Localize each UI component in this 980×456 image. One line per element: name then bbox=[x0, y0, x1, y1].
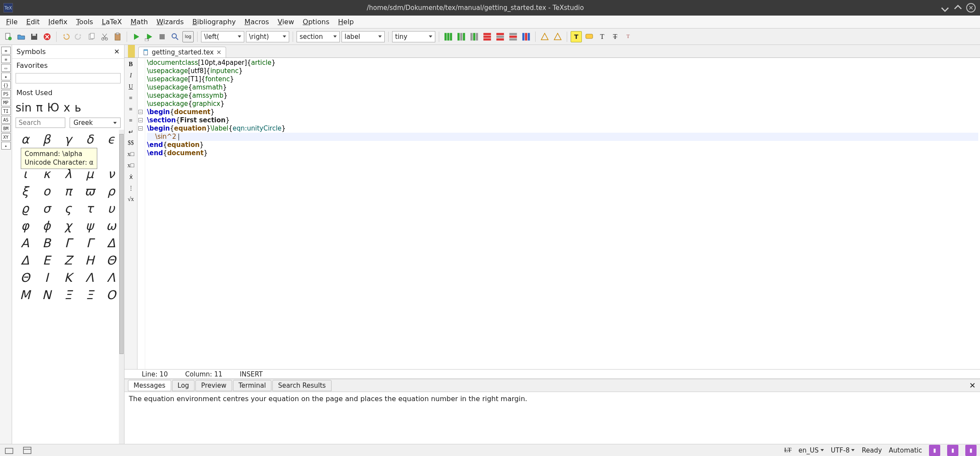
new-file-button[interactable] bbox=[3, 31, 14, 42]
most-used-symbol[interactable]: ь bbox=[74, 101, 81, 114]
bottom-tab-messages[interactable]: Messages bbox=[128, 380, 171, 391]
code-editor[interactable]: \documentclass[10pt,a4paper]{article}\us… bbox=[145, 58, 980, 369]
symbol-cell[interactable]: O bbox=[102, 287, 121, 303]
redo-button[interactable] bbox=[73, 31, 84, 42]
menu-file[interactable]: File bbox=[2, 16, 22, 28]
symbol-cell[interactable]: β bbox=[37, 131, 56, 147]
footer-icon-2[interactable] bbox=[22, 445, 33, 456]
view-pdf-button[interactable] bbox=[169, 31, 181, 42]
editor-side-btn-4[interactable]: ≡ bbox=[126, 105, 136, 114]
comment-button[interactable] bbox=[584, 31, 595, 42]
symbol-cell[interactable]: Δ bbox=[102, 235, 121, 251]
editor-side-btn-12[interactable]: √x bbox=[126, 195, 136, 204]
symbol-cell[interactable]: χ bbox=[59, 218, 78, 233]
symbol-cell[interactable]: φ bbox=[16, 218, 35, 233]
table-button-2[interactable] bbox=[456, 31, 467, 42]
editor-side-btn-6[interactable]: ↵ bbox=[126, 127, 136, 137]
side-tab-8[interactable]: AS bbox=[1, 116, 11, 124]
menu-options[interactable]: Options bbox=[298, 16, 334, 28]
fontsize-combo[interactable]: tiny bbox=[392, 31, 435, 42]
symbol-cell[interactable] bbox=[102, 149, 121, 164]
symbol-cell[interactable]: Δ bbox=[16, 252, 35, 268]
editor-side-btn-2[interactable]: U bbox=[126, 82, 136, 92]
symbols-panel-close[interactable]: ✕ bbox=[114, 48, 120, 56]
most-used-symbol[interactable]: Ю bbox=[47, 101, 59, 114]
footer-icon-1[interactable] bbox=[3, 445, 15, 456]
symbol-cell[interactable]: Λ bbox=[80, 270, 99, 285]
minimize-button[interactable] bbox=[939, 2, 951, 13]
editor-side-btn-0[interactable]: B bbox=[126, 60, 136, 69]
editor-side-btn-5[interactable]: ≡ bbox=[126, 116, 136, 125]
fold-toggle[interactable]: − bbox=[138, 126, 143, 131]
open-file-button[interactable] bbox=[16, 31, 27, 42]
save-file-button[interactable] bbox=[29, 31, 40, 42]
symbol-cell[interactable]: A bbox=[16, 235, 35, 251]
symbol-cell[interactable]: ω bbox=[102, 218, 121, 233]
side-tab-9[interactable]: BM bbox=[1, 124, 11, 132]
bottom-tab-search-results[interactable]: Search Results bbox=[272, 380, 331, 391]
most-used-symbol[interactable]: sin bbox=[16, 101, 32, 114]
symbol-search-input[interactable] bbox=[16, 118, 65, 128]
symbol-cell[interactable]: γ bbox=[59, 131, 78, 147]
fold-toggle[interactable]: − bbox=[138, 118, 143, 122]
symbol-cell[interactable]: Θ bbox=[16, 270, 35, 285]
table-button-3[interactable] bbox=[469, 31, 480, 42]
symbol-cell[interactable]: ξ bbox=[16, 183, 35, 199]
symbol-cell[interactable]: M bbox=[16, 287, 35, 303]
paste-button[interactable] bbox=[112, 31, 123, 42]
symbol-cell[interactable]: ψ bbox=[80, 218, 99, 233]
tab-close[interactable]: ✕ bbox=[216, 49, 221, 56]
symbol-cell[interactable]: I bbox=[37, 270, 56, 285]
symbol-cell[interactable]: Γ bbox=[80, 235, 99, 251]
bottom-tab-preview[interactable]: Preview bbox=[195, 380, 232, 391]
table-button-6[interactable] bbox=[508, 31, 519, 42]
symbol-cell[interactable]: H bbox=[80, 252, 99, 268]
encoding-selector[interactable]: UTF-8 bbox=[831, 446, 855, 454]
symbol-category-combo[interactable]: Greek bbox=[70, 118, 121, 128]
undo-button[interactable] bbox=[60, 31, 71, 42]
side-tab-4[interactable]: {} bbox=[1, 81, 11, 89]
side-tab-11[interactable]: ✦ bbox=[1, 142, 11, 150]
menu-macros[interactable]: Macros bbox=[240, 16, 274, 28]
symbol-cell[interactable]: ϖ bbox=[80, 183, 99, 199]
symbol-cell[interactable]: Θ bbox=[102, 252, 121, 268]
most-used-symbol[interactable]: π bbox=[36, 101, 43, 114]
symbol-cell[interactable]: Λ bbox=[102, 270, 121, 285]
symbol-cell[interactable]: B bbox=[37, 235, 56, 251]
symbol-cell[interactable]: σ bbox=[37, 201, 56, 216]
strikethrough-button[interactable]: T bbox=[610, 31, 621, 42]
footer-badge-3[interactable]: ▮ bbox=[965, 445, 977, 456]
stop-button[interactable] bbox=[156, 31, 168, 42]
label-combo[interactable]: label bbox=[342, 31, 385, 42]
symbol-cell[interactable]: ς bbox=[59, 201, 78, 216]
compile-button[interactable] bbox=[131, 31, 142, 42]
symbol-cell[interactable]: τ bbox=[80, 201, 99, 216]
bottom-tab-log[interactable]: Log bbox=[172, 380, 195, 391]
highlight-button[interactable]: T bbox=[571, 31, 582, 42]
side-tab-6[interactable]: MP bbox=[1, 99, 11, 106]
side-tab-3[interactable]: ✷ bbox=[1, 73, 11, 80]
symbol-cell[interactable]: K bbox=[59, 270, 78, 285]
symbol-cell[interactable]: ϵ bbox=[102, 131, 121, 147]
symbol-cell[interactable]: δ bbox=[80, 131, 99, 147]
compile-view-button[interactable] bbox=[144, 31, 155, 42]
menu-help[interactable]: Help bbox=[334, 16, 358, 28]
mode-selector[interactable]: Automatic bbox=[889, 446, 922, 454]
menu-view[interactable]: View bbox=[273, 16, 298, 28]
symbol-cell[interactable]: ρ bbox=[102, 183, 121, 199]
menu-wizards[interactable]: Wizards bbox=[152, 16, 188, 28]
table-button-5[interactable] bbox=[495, 31, 506, 42]
side-tab-10[interactable]: XY bbox=[1, 133, 11, 141]
table-button-7[interactable] bbox=[520, 31, 532, 42]
menu-edit[interactable]: Edit bbox=[22, 16, 44, 28]
editor-side-btn-7[interactable]: $$ bbox=[126, 138, 136, 148]
bottom-panel-close[interactable]: ✕ bbox=[965, 381, 980, 390]
side-tab-5[interactable]: PS bbox=[1, 90, 11, 98]
close-button[interactable]: ✕ bbox=[965, 2, 977, 13]
left-delimiter-combo[interactable]: \left( bbox=[201, 31, 244, 42]
footer-badge-2[interactable]: ▮ bbox=[947, 445, 958, 456]
editor-side-btn-8[interactable]: x□ bbox=[126, 150, 136, 159]
fold-toggle[interactable]: − bbox=[138, 110, 143, 114]
menu-math[interactable]: Math bbox=[126, 16, 152, 28]
section-combo[interactable]: section bbox=[297, 31, 340, 42]
